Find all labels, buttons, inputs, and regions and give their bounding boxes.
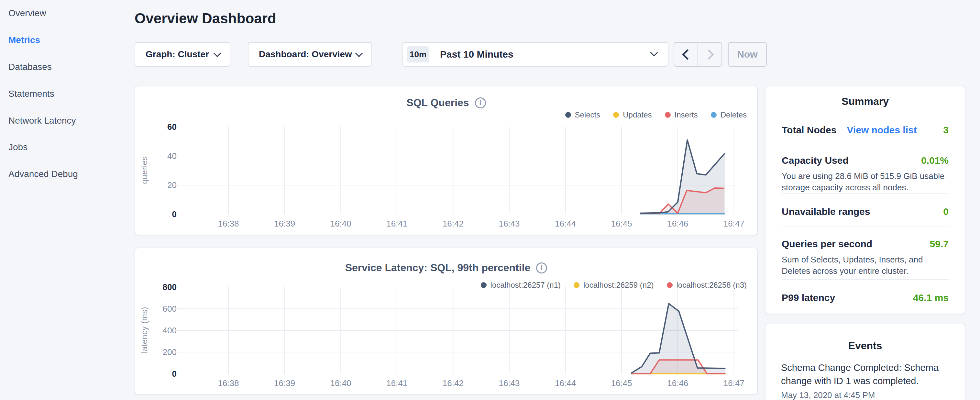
summary-row-unavailable: Unavailable ranges 0 [782,206,949,217]
legend-item[interactable]: localhost:26259 (n2) [574,280,654,290]
graph-scope-label: Graph: Cluster [146,49,209,59]
info-icon[interactable]: i [536,263,547,274]
legend-label: Deletes [721,110,747,120]
legend-item[interactable]: Deletes [711,110,747,120]
y-tick-label: 200 [144,347,177,357]
summary-value: 59.7 [930,239,949,250]
x-tick-label: 16:45 [611,219,632,229]
y-tick-label: 600 [144,304,177,314]
y-tick-label: 40 [144,151,177,161]
y-tick-label: 800 [144,282,177,292]
summary-value: 0.01% [921,155,949,166]
chevron-down-icon [355,49,363,57]
legend-item[interactable]: Inserts [665,110,698,120]
summary-value: 0 [943,206,949,217]
sidebar-item-jobs[interactable]: Jobs [0,134,126,161]
x-tick-label: 16:41 [386,378,407,388]
legend-label: localhost:26258 (n3) [676,280,747,290]
time-range-dropdown[interactable]: 10m Past 10 Minutes [402,42,668,67]
x-tick-label: 16:40 [330,378,352,388]
summary-desc: Sum of Selects, Updates, Inserts, and De… [782,254,953,277]
summary-title: Summary [765,96,965,107]
now-button[interactable]: Now [728,42,767,67]
summary-panel: Summary Total Nodes View nodes list 3 Ca… [765,86,966,314]
time-range-label: Past 10 Minutes [440,49,514,60]
time-back-button[interactable] [674,43,698,66]
chevron-down-icon [213,49,221,57]
x-tick-label: 16:38 [218,219,239,229]
divider [782,145,949,145]
sidebar-item-overview[interactable]: Overview [0,0,126,27]
info-icon[interactable]: i [475,97,486,108]
event-text: Schema Change Completed: Schema change w… [781,361,951,388]
summary-label: Unavailable ranges [782,206,870,217]
sidebar-item-databases[interactable]: Databases [0,54,126,81]
events-panel: Events Schema Change Completed: Schema c… [765,324,966,400]
divider [782,279,949,280]
x-tick-label: 16:44 [555,378,576,388]
y-tick-label: 60 [144,122,177,132]
legend-item[interactable]: localhost:26258 (n3) [667,280,747,290]
summary-value: 46.1 ms [913,292,949,303]
chart-title-text: SQL Queries [406,97,469,109]
divider [782,193,949,193]
x-tick-label: 16:42 [442,219,464,229]
summary-label: P99 latency [782,292,835,303]
sidebar-item-statements[interactable]: Statements [0,80,126,107]
y-tick-label: 0 [144,209,177,220]
sidebar-item-advanced-debug[interactable]: Advanced Debug [0,161,126,188]
x-tick-label: 16:47 [724,219,745,229]
legend-dot [574,282,579,288]
x-tick-label: 16:39 [274,378,295,388]
legend-item[interactable]: localhost:26257 (n1) [481,280,561,290]
x-tick-label: 16:40 [330,219,352,229]
x-tick-label: 16:42 [442,378,464,388]
x-tick-label: 16:47 [724,378,745,388]
x-tick-label: 16:41 [386,219,407,229]
sql-queries-chart-card: SQL Queries i SelectsUpdatesInsertsDelet… [135,86,758,235]
now-label: Now [737,49,757,60]
summary-label: Queries per second [782,239,872,250]
db-console-page: OverviewMetricsDatabasesStatementsNetwor… [0,0,980,400]
chevron-down-icon [650,49,658,56]
graph-scope-dropdown[interactable]: Graph: Cluster [135,42,231,67]
summary-row-capacity: Capacity Used 0.01% [782,155,949,166]
summary-row-qps: Queries per second 59.7 [782,239,949,250]
y-tick-label: 0 [144,369,177,379]
legend-label: localhost:26259 (n2) [583,280,654,290]
summary-row-p99: P99 latency 46.1 ms [782,292,949,303]
service-latency-chart-card: Service Latency: SQL, 99th percentile i … [135,247,758,395]
x-tick-label: 16:38 [218,378,239,388]
chevron-left-icon [682,49,693,60]
chart-title-text: Service Latency: SQL, 99th percentile [345,262,531,274]
legend-label: Selects [575,110,600,120]
x-tick-label: 16:46 [667,378,688,388]
x-tick-label: 16:46 [667,219,688,229]
divider [782,226,949,227]
legend-dot [667,282,673,288]
time-forward-button[interactable] [698,43,721,66]
legend-dot [665,112,671,118]
chart-title: SQL Queries i [135,97,757,109]
legend-dot [711,112,717,118]
x-tick-label: 16:43 [499,219,520,229]
view-nodes-list-link[interactable]: View nodes list [847,124,916,135]
chart-legend: localhost:26257 (n1)localhost:26259 (n2)… [481,280,747,290]
legend-item[interactable]: Updates [613,110,652,120]
sidebar-item-metrics[interactable]: Metrics [0,27,126,54]
legend-dot [481,282,487,288]
dashboard-dropdown[interactable]: Dashboard: Overview [248,42,372,67]
dashboard-label: Dashboard: Overview [259,49,352,59]
time-nav-group [674,42,722,67]
chart-canvas [135,86,758,236]
chart-title: Service Latency: SQL, 99th percentile i [135,262,757,274]
chart-legend: SelectsUpdatesInsertsDeletes [565,110,747,120]
legend-item[interactable]: Selects [565,110,600,120]
chevron-right-icon [703,49,714,60]
x-tick-label: 16:43 [499,378,520,388]
x-tick-label: 16:44 [555,219,576,229]
summary-row-total-nodes: Total Nodes View nodes list 3 [782,124,949,135]
sidebar-item-network-latency[interactable]: Network Latency [0,107,126,134]
legend-label: localhost:26257 (n1) [490,280,561,290]
legend-dot [565,112,571,118]
